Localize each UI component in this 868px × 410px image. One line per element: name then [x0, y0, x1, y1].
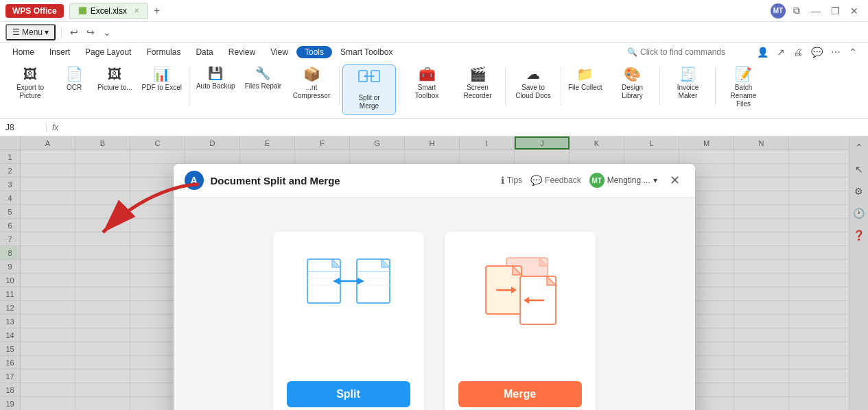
close-button[interactable]: ✕	[846, 3, 863, 19]
smart-toolbox-icon: 🧰	[419, 67, 436, 81]
user-chevron-icon: ▾	[653, 176, 657, 185]
smart-toolbox-button[interactable]: 🧰 Smart Toolbox	[402, 64, 451, 103]
save-cloud-button[interactable]: ☁ Save to Cloud Docs	[508, 64, 558, 103]
file-collect-icon: 📁	[576, 67, 594, 81]
picture-to-text-button[interactable]: 🖼 Picture to...	[93, 64, 137, 95]
comment-icon[interactable]: 💬	[808, 45, 825, 59]
ocr-label: OCR	[67, 84, 82, 92]
merge-illustration	[469, 252, 572, 341]
ribbon-div-1	[189, 67, 189, 106]
tips-label: Tips	[507, 176, 522, 185]
batch-rename-button[interactable]: 📝 Batch Rename Files	[718, 64, 768, 111]
file-collect-label: File Collect	[568, 84, 602, 92]
design-library-button[interactable]: 🎨 Design Library	[607, 64, 657, 103]
maximize-button[interactable]: ❐	[827, 3, 843, 19]
cloud-label: Save to Cloud Docs	[513, 84, 554, 100]
tab-smart-toolbox[interactable]: Smart Toolbox	[333, 45, 399, 60]
hamburger-menu[interactable]: ☰ Menu ▾	[5, 24, 56, 40]
pdf-excel-label: PDF to Excel	[142, 84, 182, 92]
auto-backup-button[interactable]: 💾 Auto Backup	[192, 64, 239, 93]
fx-label: fx	[52, 123, 58, 132]
user-avatar-title: MT	[771, 3, 786, 19]
split-merge-button[interactable]: Split or Merge	[342, 64, 396, 115]
account-icon[interactable]: 👤	[754, 45, 771, 59]
tab-view[interactable]: View	[263, 45, 295, 60]
feedback-button[interactable]: 💬 Feedback	[530, 175, 581, 186]
batch-rename-icon: 📝	[735, 67, 752, 81]
modal-overlay: A Document Split and Merge ℹ Tips 💬 Feed…	[0, 136, 868, 410]
main-area: A B C D E F G H I J K L M N 123456789101…	[0, 136, 868, 410]
more-button[interactable]: ⌄	[100, 25, 114, 39]
window-controls: MT ⧉ — ❐ ✕	[771, 3, 863, 19]
tab-formulas[interactable]: Formulas	[139, 45, 187, 60]
wps-office-button[interactable]: WPS Office	[5, 4, 64, 18]
menu-icon: ☰	[12, 27, 20, 37]
new-tab-button[interactable]: +	[150, 5, 164, 17]
ribbon-div-4	[505, 67, 506, 106]
search-input[interactable]	[640, 47, 750, 57]
tab-insert[interactable]: Insert	[43, 45, 77, 60]
modal-logo: A	[185, 171, 204, 190]
merge-card[interactable]: Merge	[445, 232, 596, 410]
search-icon: 🔍	[627, 47, 637, 57]
screen-recorder-button[interactable]: 🎬 Screen Recorder	[453, 64, 502, 103]
document-split-merge-modal: A Document Split and Merge ℹ Tips 💬 Feed…	[174, 164, 695, 410]
menu-sep-1	[61, 27, 62, 38]
menu-label: Menu	[22, 27, 43, 37]
invoice-maker-button[interactable]: 🧾 Invoice Maker	[663, 64, 712, 103]
files-repair-button[interactable]: 🔧 Files Repair	[241, 64, 285, 93]
ribbon-div-2	[339, 67, 340, 106]
file-tab[interactable]: 🟩 Excel.xlsx ✕	[69, 3, 148, 19]
cloud-icon: ☁	[526, 67, 540, 81]
pdf-to-excel-button[interactable]: 📊 PDF to Excel	[138, 64, 186, 95]
compressor-label: ...nt Compressor	[291, 84, 332, 100]
split-merge-icon	[358, 69, 380, 91]
restore-button[interactable]: ⧉	[788, 3, 805, 19]
undo-button[interactable]: ↩	[67, 25, 81, 39]
modal-logo-text: A	[190, 175, 197, 186]
modal-header: A Document Split and Merge ℹ Tips 💬 Feed…	[174, 164, 695, 197]
formula-bar: J8 fx	[0, 119, 868, 136]
compressor-icon: 📦	[303, 67, 320, 81]
tab-data[interactable]: Data	[189, 45, 220, 60]
ribbon-div-3	[399, 67, 399, 106]
modal-title: Document Split and Merge	[211, 175, 340, 186]
share-icon[interactable]: ↗	[774, 45, 788, 59]
split-button[interactable]: Split	[287, 381, 410, 407]
files-repair-icon: 🔧	[255, 67, 270, 80]
ribbon-search: 🔍	[627, 47, 750, 57]
ribbon-tab-row: Home Insert Page Layout Formulas Data Re…	[0, 43, 868, 62]
auto-backup-icon: 💾	[208, 67, 223, 80]
ocr-button[interactable]: 📄 OCR	[56, 64, 92, 95]
feedback-icon: 💬	[530, 175, 542, 186]
tab-close-icon[interactable]: ✕	[134, 7, 139, 14]
ribbon: Home Insert Page Layout Formulas Data Re…	[0, 43, 868, 119]
export-picture-label: Export to Picture	[10, 84, 51, 100]
files-repair-label: Files Repair	[245, 82, 281, 91]
modal-close-button[interactable]: ✕	[666, 171, 684, 189]
ocr-icon: 📄	[66, 67, 83, 81]
split-merge-label: Split or Merge	[349, 94, 390, 110]
tab-page-layout[interactable]: Page Layout	[78, 45, 138, 60]
minimize-button[interactable]: —	[808, 3, 824, 19]
user-info[interactable]: MT Mengting ... ▾	[589, 173, 657, 188]
doc-compressor-button[interactable]: 📦 ...nt Compressor	[287, 64, 336, 103]
tab-tools[interactable]: Tools	[296, 46, 332, 58]
file-collect-button[interactable]: 📁 File Collect	[564, 64, 606, 95]
cell-reference[interactable]: J8	[5, 123, 47, 132]
tips-icon: ℹ	[501, 175, 504, 186]
screen-recorder-label: Screen Recorder	[457, 84, 498, 100]
more-icon[interactable]: ⋯	[828, 45, 843, 59]
smart-toolbox-label: Smart Toolbox	[406, 84, 447, 100]
tab-review[interactable]: Review	[222, 45, 262, 60]
ribbon-div-6	[659, 67, 660, 106]
merge-button[interactable]: Merge	[458, 381, 582, 407]
auto-backup-label: Auto Backup	[196, 82, 235, 91]
tips-button[interactable]: ℹ Tips	[501, 175, 522, 186]
tab-home[interactable]: Home	[5, 45, 41, 60]
export-to-picture-button[interactable]: 🖼 Export to Picture	[5, 64, 55, 103]
redo-button[interactable]: ↪	[84, 25, 97, 39]
print-icon[interactable]: 🖨	[790, 45, 806, 59]
split-card[interactable]: Split	[273, 232, 424, 410]
collapse-icon[interactable]: ⌃	[846, 45, 860, 59]
